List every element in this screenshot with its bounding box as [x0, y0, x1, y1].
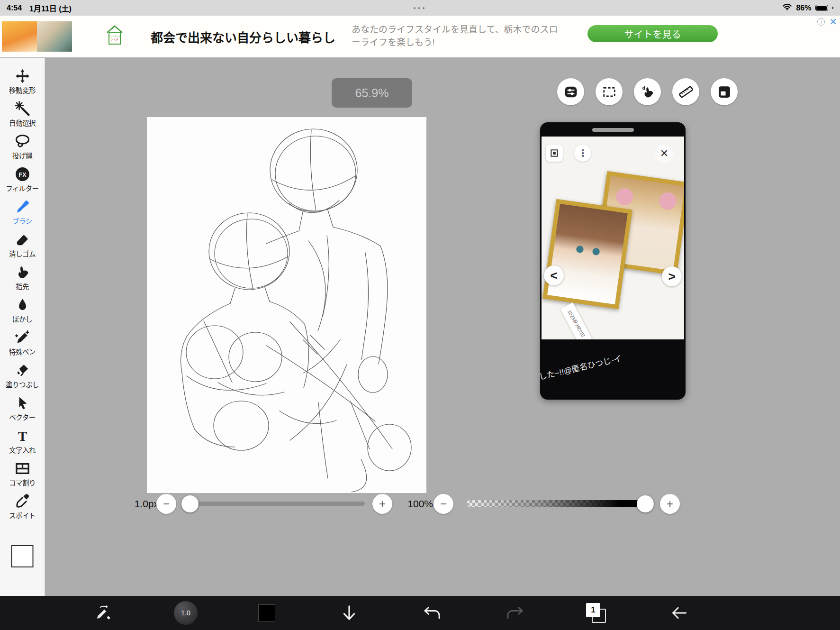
ad-banner[interactable]: ベリーマッチ とちぎ 都会で出来ない自分らしい暮らし あなたのライフスタイルを見… [0, 16, 840, 58]
redo-icon [506, 606, 524, 620]
tool-label: 消しゴム [9, 248, 36, 258]
selection-button[interactable] [596, 78, 623, 105]
settings-toggles-icon [564, 85, 578, 99]
ad-cta-button[interactable]: サイトを見る [587, 25, 718, 42]
tool-auto-select[interactable]: 自動選択 [0, 101, 45, 134]
ad-logo: ベリーマッチ とちぎ [105, 24, 124, 49]
tool-fill[interactable]: 塗りつぶし [0, 363, 45, 395]
tool-move-transform[interactable]: 移動変形 [0, 68, 45, 101]
eyedropper-icon [15, 493, 30, 509]
tool-lasso[interactable]: 投げ縄 [0, 134, 45, 166]
down-arrow-icon [342, 605, 356, 621]
tool-blur[interactable]: ぼかし [0, 297, 45, 330]
tool-eraser[interactable]: 消しゴム [0, 232, 45, 265]
screen: 4:54 1月11日 (土) ●●● 86% [0, 0, 840, 630]
workspace: 移動変形 自動選択 投げ縄 [0, 58, 840, 596]
tool-label: 移動変形 [9, 85, 36, 95]
tool-special-pen[interactable]: 特殊ペン [0, 330, 45, 363]
more-options-icon[interactable]: ⋮ [574, 145, 591, 162]
brush-size-value: 1.0 [181, 609, 190, 617]
special-pen-icon [15, 330, 30, 346]
ruler-button[interactable] [672, 78, 699, 105]
tool-label: 塗りつぶし [6, 379, 39, 389]
video-frame-area: 1023年?月?日 [542, 137, 684, 339]
settings-toggles-button[interactable] [557, 78, 584, 105]
collapse-button[interactable] [342, 605, 356, 621]
move-transform-icon [15, 68, 30, 84]
opacity-label: 100% [404, 498, 433, 510]
ad-info-icon[interactable]: i [817, 18, 825, 26]
brush-size-plus-button[interactable]: + [372, 494, 392, 514]
video-close-icon[interactable]: ✕ [655, 145, 673, 163]
battery-icon [815, 5, 828, 11]
tool-label: 指先 [16, 281, 29, 291]
progress-pill [592, 128, 634, 132]
ad-image-1 [2, 21, 37, 52]
opacity-plus-button[interactable]: + [660, 494, 680, 514]
brush-preview[interactable]: 1.0 [174, 601, 198, 625]
active-color-swatch[interactable] [258, 604, 275, 621]
pen-swap-icon [93, 604, 113, 621]
next-button[interactable]: > [662, 266, 682, 286]
brush-size-slider[interactable] [182, 502, 365, 506]
ad-close-icon[interactable]: ✕ [829, 16, 837, 27]
tool-vector[interactable]: ベクター [0, 395, 45, 428]
panel-split-icon [15, 461, 30, 476]
tool-label: 特殊ペン [9, 347, 36, 356]
back-button[interactable] [671, 606, 687, 620]
drawing-canvas[interactable] [147, 117, 426, 493]
redo-button[interactable] [506, 606, 524, 620]
tool-brush[interactable]: ブラシ [0, 199, 45, 232]
battery-percent: 86% [796, 4, 811, 12]
opacity-minus-button[interactable]: − [434, 494, 453, 514]
tool-palette: 移動変形 自動選択 投げ縄 [0, 58, 45, 596]
tool-label: 自動選択 [9, 118, 36, 128]
video-ad-panel[interactable]: 1023年?月?日 ⋮ ✕ < > した~!!@匿名ひつじ-イ [540, 122, 686, 400]
text-tool-icon: T [15, 428, 30, 444]
tool-label: ブラシ [12, 216, 32, 226]
back-arrow-icon [671, 606, 687, 620]
material-button[interactable] [711, 78, 738, 105]
prev-button[interactable]: < [544, 265, 564, 285]
ad-thumbnails [2, 21, 72, 52]
tool-label: ベクター [9, 412, 35, 422]
layers-button[interactable]: 1 [586, 603, 606, 623]
pen-eraser-swap-button[interactable] [93, 604, 113, 621]
tool-text[interactable]: T 文字入れ [0, 428, 45, 461]
brush-size-minus-button[interactable]: − [156, 494, 176, 514]
selection-marquee-icon [602, 85, 616, 99]
date-tag: 1023年?月?日 [560, 302, 592, 339]
tool-label: ぼかし [12, 314, 32, 324]
undo-icon [423, 606, 441, 620]
date: 1月11日 (土) [29, 2, 72, 14]
hand-tool-button[interactable] [634, 78, 661, 105]
pip-icon[interactable] [546, 145, 563, 162]
opacity-slider[interactable] [467, 500, 654, 507]
lasso-icon [15, 134, 30, 149]
tool-finger[interactable]: 指先 [0, 265, 45, 297]
ad-image-2 [37, 21, 72, 52]
current-color-swatch[interactable] [11, 545, 34, 567]
material-image-icon [717, 85, 732, 99]
tool-eyedropper[interactable]: スポイト [0, 493, 45, 526]
hand-gesture-icon [641, 85, 655, 99]
picture-frame-left [542, 199, 632, 309]
status-bar: 4:54 1月11日 (土) ●●● 86% [0, 0, 840, 16]
tool-label: スポイト [9, 510, 36, 520]
opacity-knob[interactable] [637, 495, 654, 512]
blur-drop-icon [15, 297, 30, 313]
ruler-icon [679, 85, 693, 99]
battery-tip [832, 7, 834, 9]
brush-size-knob[interactable] [181, 495, 199, 512]
svg-text:FX: FX [18, 172, 27, 178]
tool-panel-split[interactable]: コマ割り [0, 461, 45, 493]
bottom-toolbar: 1.0 1 [0, 596, 840, 630]
finger-icon [15, 265, 30, 280]
fx-filter-icon: FX [15, 166, 30, 182]
undo-button[interactable] [423, 606, 441, 620]
tool-filter[interactable]: FX フィルター [0, 166, 45, 199]
multitask-dots: ●●● [413, 6, 426, 10]
magic-wand-icon [15, 101, 30, 117]
svg-text:ベリーマッチ: ベリーマッチ [108, 35, 121, 38]
brush-icon [15, 199, 30, 215]
